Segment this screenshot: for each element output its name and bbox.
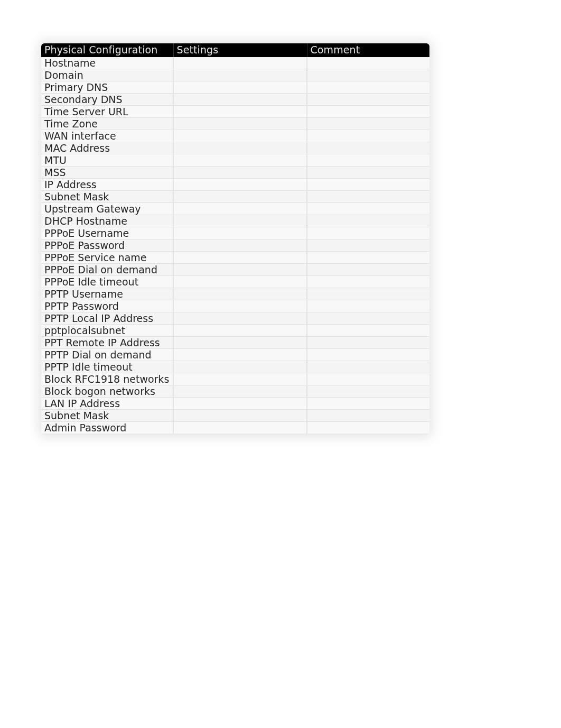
- table-row: Time Zone: [41, 118, 429, 130]
- table-row: Subnet Mask: [41, 191, 429, 203]
- config-settings: [173, 154, 307, 167]
- table-row: PPPoE Idle timeout: [41, 276, 429, 288]
- config-comment: [307, 191, 429, 203]
- config-label: Block RFC1918 networks: [41, 373, 173, 385]
- config-settings: [173, 312, 307, 325]
- config-label: Upstream Gateway: [41, 203, 173, 215]
- table-row: PPPoE Username: [41, 227, 429, 239]
- table-row: PPTP Dial on demand: [41, 349, 429, 361]
- config-label: PPTP Local IP Address: [41, 312, 173, 325]
- table-row: PPTP Username: [41, 288, 429, 300]
- config-settings: [173, 191, 307, 203]
- config-comment: [307, 130, 429, 142]
- config-label: Secondary DNS: [41, 94, 173, 106]
- config-label: PPT Remote IP Address: [41, 337, 173, 349]
- table-row: IP Address: [41, 179, 429, 191]
- config-settings: [173, 325, 307, 337]
- config-comment: [307, 239, 429, 252]
- config-settings: [173, 142, 307, 154]
- table-row: Hostname: [41, 57, 429, 69]
- config-label: pptplocalsubnet: [41, 325, 173, 337]
- table-row: PPPoE Password: [41, 239, 429, 252]
- config-comment: [307, 203, 429, 215]
- config-comment: [307, 422, 429, 435]
- config-comment: [307, 106, 429, 118]
- col-header-comment: Comment: [307, 43, 429, 57]
- config-settings: [173, 361, 307, 373]
- config-settings: [173, 106, 307, 118]
- table-row: PPTP Idle timeout: [41, 361, 429, 373]
- config-label: PPPoE Username: [41, 227, 173, 239]
- table-row: MAC Address: [41, 142, 429, 154]
- config-settings: [173, 264, 307, 276]
- table-row: Subnet Mask: [41, 410, 429, 422]
- config-comment: [307, 167, 429, 179]
- config-settings: [173, 167, 307, 179]
- config-settings: [173, 422, 307, 435]
- table-row: MSS: [41, 167, 429, 179]
- config-label: WAN interface: [41, 130, 173, 142]
- config-settings: [173, 300, 307, 312]
- table-row: MTU: [41, 154, 429, 167]
- config-settings: [173, 410, 307, 422]
- config-label: LAN IP Address: [41, 398, 173, 410]
- config-settings: [173, 337, 307, 349]
- config-comment: [307, 361, 429, 373]
- config-comment: [307, 312, 429, 325]
- config-comment: [307, 252, 429, 264]
- config-comment: [307, 300, 429, 312]
- config-settings: [173, 349, 307, 361]
- config-label: MTU: [41, 154, 173, 167]
- config-comment: [307, 227, 429, 239]
- config-comment: [307, 81, 429, 94]
- config-label: PPTP Idle timeout: [41, 361, 173, 373]
- config-label: Subnet Mask: [41, 191, 173, 203]
- config-label: IP Address: [41, 179, 173, 191]
- config-comment: [307, 154, 429, 167]
- table-row: PPTP Password: [41, 300, 429, 312]
- table-row: PPT Remote IP Address: [41, 337, 429, 349]
- table-row: PPTP Local IP Address: [41, 312, 429, 325]
- config-settings: [173, 179, 307, 191]
- config-comment: [307, 57, 429, 69]
- config-label: PPPoE Service name: [41, 252, 173, 264]
- config-settings: [173, 276, 307, 288]
- config-label: MAC Address: [41, 142, 173, 154]
- config-comment: [307, 276, 429, 288]
- table-row: Upstream Gateway: [41, 203, 429, 215]
- col-header-physical-configuration: Physical Configuration: [41, 43, 173, 57]
- config-label: Domain: [41, 69, 173, 81]
- config-label: Subnet Mask: [41, 410, 173, 422]
- config-settings: [173, 94, 307, 106]
- table-row: pptplocalsubnet: [41, 325, 429, 337]
- config-settings: [173, 215, 307, 227]
- config-settings: [173, 239, 307, 252]
- config-settings: [173, 373, 307, 385]
- config-comment: [307, 69, 429, 81]
- config-comment: [307, 264, 429, 276]
- config-label: Primary DNS: [41, 81, 173, 94]
- config-settings: [173, 252, 307, 264]
- config-label: DHCP Hostname: [41, 215, 173, 227]
- config-label: Hostname: [41, 57, 173, 69]
- config-label: Block bogon networks: [41, 385, 173, 398]
- config-comment: [307, 398, 429, 410]
- config-label: Time Server URL: [41, 106, 173, 118]
- config-comment: [307, 385, 429, 398]
- table-row: Primary DNS: [41, 81, 429, 94]
- table-row: Block RFC1918 networks: [41, 373, 429, 385]
- table-row: Block bogon networks: [41, 385, 429, 398]
- table-row: PPPoE Service name: [41, 252, 429, 264]
- config-label: MSS: [41, 167, 173, 179]
- table-body: HostnameDomainPrimary DNSSecondary DNSTi…: [41, 57, 429, 434]
- config-label: Admin Password: [41, 422, 173, 435]
- table-header-row: Physical Configuration Settings Comment: [41, 43, 429, 57]
- config-comment: [307, 325, 429, 337]
- config-comment: [307, 142, 429, 154]
- config-comment: [307, 337, 429, 349]
- table-row: LAN IP Address: [41, 398, 429, 410]
- config-settings: [173, 118, 307, 130]
- config-settings: [173, 81, 307, 94]
- config-label: PPTP Password: [41, 300, 173, 312]
- table-row: Domain: [41, 69, 429, 81]
